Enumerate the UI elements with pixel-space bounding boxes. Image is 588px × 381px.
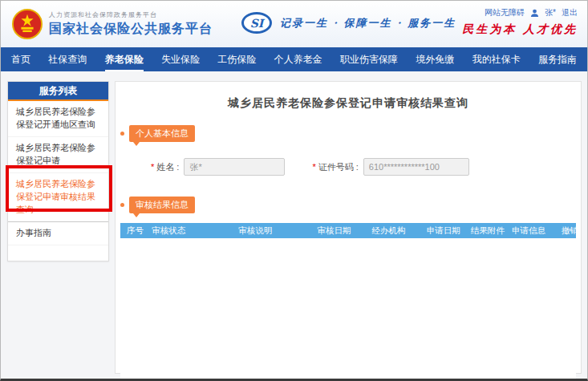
sidebar-item-audit-result-query[interactable]: 城乡居民养老保险参保登记申请审核结果查询 <box>8 173 108 222</box>
id-number-label: 证件号码 : <box>318 161 359 173</box>
col-agency: 经办机构 <box>366 225 420 237</box>
nav-item-home[interactable]: 首页 <box>4 47 38 71</box>
id-field-group: * 证件号码 : <box>312 158 468 176</box>
header-user-area: 网站无障碍 张* 退出 民生为本 人才优先 <box>462 7 578 37</box>
col-audit-note: 审核说明 <box>232 225 310 237</box>
accessibility-link[interactable]: 网站无障碍 <box>485 7 525 18</box>
nav-item-my-social-card[interactable]: 我的社保卡 <box>465 47 528 71</box>
sidebar-item-guide[interactable]: 办事指南 <box>8 222 108 245</box>
name-label: 姓名 : <box>156 161 179 173</box>
col-audit-status: 审核状态 <box>145 225 232 237</box>
section-personal-info: 个人基本信息 <box>120 125 581 142</box>
col-result-attachment: 结果附件 <box>464 225 505 237</box>
slogan-text: 记录一生 · 保障一生 · 服务一生 <box>280 16 456 30</box>
section-tag-results: 审核结果信息 <box>129 197 195 213</box>
motto-text: 民生为本 人才优先 <box>462 22 578 37</box>
nav-item-work-injury-insurance[interactable]: 工伤保险 <box>210 47 263 71</box>
nav-item-pension-insurance[interactable]: 养老保险 <box>98 47 151 71</box>
required-mark: * <box>312 162 315 172</box>
bullet-dot-icon <box>120 203 124 207</box>
bullet-dot-icon <box>120 132 124 136</box>
col-seq: 序号 <box>120 225 145 237</box>
site-header: 人力资源和社会保障政务服务平台 国家社会保险公共服务平台 SI 记录一生 · 保… <box>1 1 587 47</box>
audit-result-table: 序号 审核状态 审核说明 审核日期 经办机构 申请日期 结果附件 申请信息 撤销 <box>120 223 576 381</box>
brand: 人力资源和社会保障政务服务平台 国家社会保险公共服务平台 <box>12 9 213 39</box>
brand-text: 人力资源和社会保障政务服务平台 国家社会保险公共服务平台 <box>49 10 213 38</box>
section-audit-results: 审核结果信息 <box>120 197 581 213</box>
page-title: 城乡居民养老保险参保登记申请审核结果查询 <box>116 82 581 111</box>
sidebar-title: 服务列表 <box>8 82 108 101</box>
service-sidebar: 服务列表 城乡居民养老保险参保登记开通地区查询 城乡居民养老保险参保登记申请 城… <box>7 81 109 261</box>
table-body-empty <box>120 238 576 381</box>
nav-item-shebao-query[interactable]: 社保查询 <box>41 47 94 71</box>
col-revoke: 撤销 <box>555 225 576 237</box>
nav-item-personal-pension[interactable]: 个人养老金 <box>267 47 330 71</box>
personal-info-form: * 姓名 : * 证件号码 : <box>151 158 581 176</box>
si-logo-icon: SI <box>241 12 272 34</box>
col-apply-info: 申请信息 <box>505 225 555 237</box>
platform-subtitle: 人力资源和社会保障政务服务平台 <box>49 10 213 19</box>
page: 人力资源和社会保障政务服务平台 国家社会保险公共服务平台 SI 记录一生 · 保… <box>0 0 588 381</box>
col-apply-date: 申请日期 <box>420 225 464 237</box>
logout-link[interactable]: 退出 <box>562 7 578 18</box>
nav-item-unemployment-insurance[interactable]: 失业保险 <box>154 47 207 71</box>
nav-item-service-guide[interactable]: 服务指南 <box>531 47 584 71</box>
sidebar-item-open-area-query[interactable]: 城乡居民养老保险参保登记开通地区查询 <box>8 101 108 137</box>
required-mark: * <box>151 162 154 172</box>
id-number-input[interactable] <box>363 158 469 176</box>
table-header-row: 序号 审核状态 审核说明 审核日期 经办机构 申请日期 结果附件 申请信息 撤销 <box>120 223 576 238</box>
nav-item-overseas-exemption[interactable]: 境外免缴 <box>408 47 461 71</box>
name-input[interactable] <box>184 158 285 176</box>
sidebar-item-registration-apply[interactable]: 城乡居民养老保险参保登记申请 <box>8 137 108 173</box>
col-audit-date: 审核日期 <box>310 225 365 237</box>
nav-item-occupational-injury[interactable]: 职业伤害保障 <box>333 47 405 71</box>
main-panel: 城乡居民养老保险参保登记申请审核结果查询 个人基本信息 * 姓名 : * 证件号… <box>115 81 582 374</box>
user-icon <box>530 9 539 18</box>
platform-title: 国家社会保险公共服务平台 <box>49 21 213 38</box>
si-logo-block: SI 记录一生 · 保障一生 · 服务一生 <box>241 12 456 34</box>
national-emblem-icon <box>12 9 43 39</box>
content-area: 服务列表 城乡居民养老保险参保登记开通地区查询 城乡居民养老保险参保登记申请 城… <box>1 71 587 379</box>
name-field-group: * 姓名 : <box>151 158 285 176</box>
section-tag-personal: 个人基本信息 <box>129 125 195 142</box>
username-link[interactable]: 张* <box>545 7 556 18</box>
main-nav: 首页 社保查询 养老保险 失业保险 工伤保险 个人养老金 职业伤害保障 境外免缴… <box>1 47 587 71</box>
